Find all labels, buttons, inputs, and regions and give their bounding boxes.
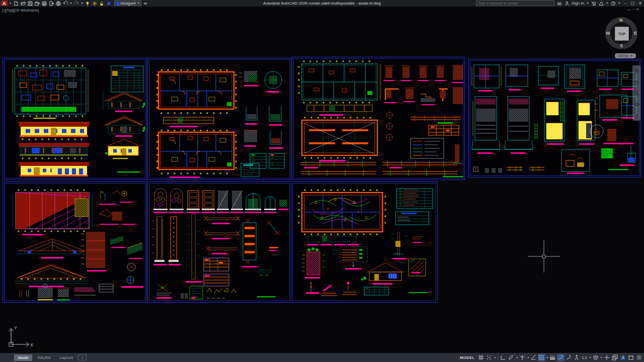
search-binoculars-icon[interactable] [556,1,562,6]
help-icon[interactable] [610,1,616,6]
object-snap-tracking-icon[interactable] [530,354,537,361]
close-button[interactable]: ✕ [637,1,643,6]
search-input[interactable] [476,1,554,6]
new-layout-button[interactable]: + [78,354,86,360]
lineweight-icon[interactable] [549,354,556,361]
caret-down-icon[interactable] [70,3,72,4]
orbit-icon[interactable] [634,102,639,107]
caret-down-icon[interactable] [606,3,608,4]
navigation-bar[interactable] [632,65,640,121]
save-as-icon[interactable] [34,1,40,6]
sheet-6-doors-windows[interactable] [147,182,291,303]
caret-down-icon[interactable] [81,3,83,4]
ucs-dropdown[interactable]: HRT90 [615,53,636,58]
alert-triangle-icon[interactable] [598,1,604,6]
view-cube[interactable]: TOP N W E S [605,17,637,49]
isolate-objects-icon[interactable] [611,354,618,361]
caret-down-icon[interactable] [587,3,589,4]
compass-south[interactable]: S [620,43,623,48]
sign-in-label[interactable]: Sign In [572,1,584,6]
annotation-visibility-icon[interactable] [557,354,565,361]
maximize-button[interactable]: ▢ [630,1,635,6]
sheet-5-roof[interactable] [3,182,147,303]
caret-down-icon [630,55,632,57]
caret-down-icon[interactable] [546,357,548,358]
workspace-gear-icon[interactable] [592,354,599,361]
sheet-2-floor-plans[interactable] [147,58,291,180]
save-icon[interactable] [27,1,33,6]
quick-access-toolbar: A desague4 [0,1,148,6]
customize-toolbar-icon[interactable] [143,1,148,6]
tab-layout1[interactable]: Layout1 [56,354,77,361]
polar-tracking-icon[interactable] [508,354,515,361]
hardware-acceleration-icon[interactable] [619,354,626,361]
annotation-scale-person-icon[interactable] [573,354,581,361]
caret-down-icon[interactable] [494,357,496,358]
sheet-7-electrical[interactable] [291,182,438,303]
workspace-dropdown[interactable]: desague4 [114,1,141,6]
layer-color-swatch [116,2,119,5]
export-icon[interactable] [48,1,54,6]
titlebar-right-cluster: Sign In – ▢ ✕ [476,0,643,7]
caret-down-icon[interactable] [516,357,518,358]
open-folder-icon[interactable] [20,1,26,6]
dwg-minimize[interactable]: — [627,8,633,11]
annotation-scale-value[interactable]: 1:1 [581,355,588,360]
application-menu-button[interactable]: A [1,1,8,6]
tab-raura[interactable]: RAURA [33,354,54,361]
viewport-controls-label[interactable]: [-][Top][2D Wireframe] [2,8,39,13]
ucs-axes-icon: Y X [4,324,35,351]
sheet-5-drawing [5,184,145,301]
sun-icon[interactable] [92,1,97,6]
minimize-button[interactable]: – [622,1,628,6]
grid-display-icon[interactable] [477,354,485,361]
unlock-icon[interactable] [99,1,104,6]
compass-west[interactable]: W [606,31,610,36]
object-snap-icon[interactable] [538,354,545,361]
compass-north[interactable]: N [619,18,623,23]
plot-icon[interactable] [41,1,47,6]
caret-down-icon[interactable] [589,357,591,358]
model-space-button[interactable]: MODEL [458,355,477,360]
sheet-1-architecture[interactable] [3,58,147,180]
drawing-window-controls[interactable]: —▫✕ [627,8,641,12]
caret-down-icon[interactable] [10,3,12,4]
ortho-mode-icon[interactable] [500,354,507,361]
color-swatch-icon[interactable] [106,1,111,6]
sheet-4-tank-details[interactable] [468,59,641,177]
zoom-magnifier-icon[interactable] [634,90,639,96]
customization-menu-icon[interactable] [635,354,642,361]
autocad-window: A desague4 Autodesk AutoCAD 2020 rumah s… [0,0,644,362]
navigation-wheel-icon[interactable] [634,68,639,74]
cart-icon[interactable] [591,1,596,6]
sheet-4-drawing [470,61,639,175]
new-file-icon[interactable] [13,1,19,6]
sign-in-person-icon[interactable] [564,1,570,6]
clean-screen-icon[interactable] [627,354,634,361]
annotation-monitor-plus-icon[interactable] [603,354,610,361]
caret-down-icon[interactable] [600,357,602,358]
ucs-name: HRT90 [618,54,628,58]
lightbulb-icon[interactable] [85,1,90,6]
viewcube-top-face[interactable]: TOP [615,27,629,41]
title-bar: A desague4 Autodesk AutoCAD 2020 rumah s… [0,0,644,7]
caret-down-icon[interactable] [618,3,620,4]
caret-down-icon[interactable] [527,357,529,358]
annotation-autoscale-icon[interactable] [565,354,573,361]
compass-east[interactable]: E [634,31,637,36]
caret-down-icon [137,3,139,4]
isometric-drafting-icon[interactable] [519,354,526,361]
layout-tabs: Model RAURA Layout1 + [14,353,87,362]
print-icon[interactable] [55,1,61,6]
snap-mode-icon[interactable] [486,354,493,361]
undo-icon[interactable] [62,1,68,6]
status-tray: MODEL 1:1 [458,353,642,362]
tab-model[interactable]: Model [14,354,32,361]
pan-hand-icon[interactable] [634,79,639,85]
sheet-7-drawing [293,184,436,301]
more-tools-icon[interactable] [634,113,639,118]
sheet-3-structure[interactable] [292,57,465,180]
redo-icon[interactable] [73,1,79,6]
dwg-close[interactable]: ✕ [636,8,641,11]
ucs-y-label: Y [14,325,17,330]
